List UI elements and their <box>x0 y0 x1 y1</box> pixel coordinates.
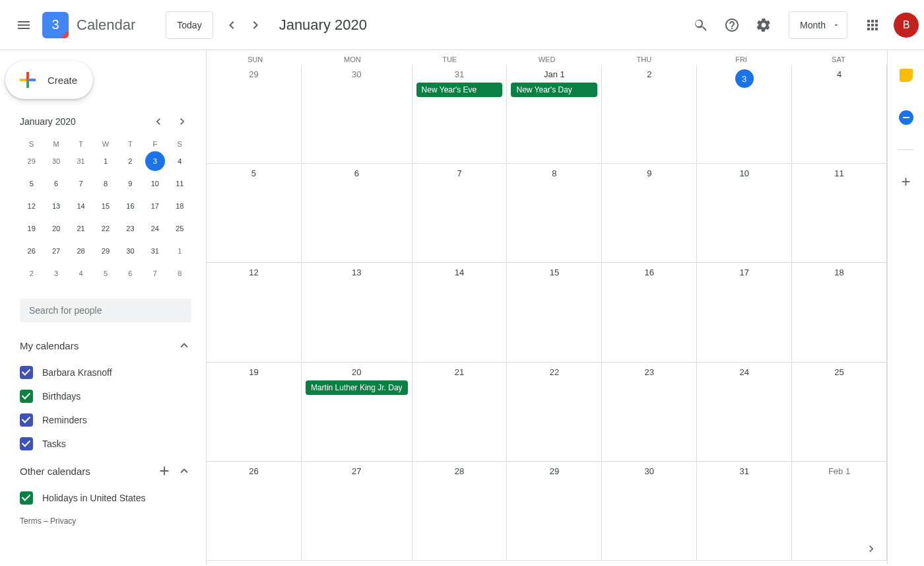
day-cell[interactable]: Jan 1New Year's Day <box>507 65 602 164</box>
minical-day[interactable]: 31 <box>145 241 165 261</box>
minical-day[interactable]: 2 <box>120 151 140 171</box>
calendar-item[interactable]: Tasks <box>16 432 195 456</box>
day-cell[interactable]: 6 <box>302 164 412 263</box>
day-cell[interactable]: 30 <box>302 65 412 164</box>
day-cell[interactable]: 29 <box>507 462 602 561</box>
minical-day[interactable]: 3 <box>46 264 66 283</box>
minical-day[interactable]: 28 <box>71 241 91 261</box>
day-cell[interactable]: 22 <box>507 363 602 462</box>
checkbox-icon[interactable] <box>20 366 33 379</box>
event-chip[interactable]: Martin Luther King Jr. Day <box>306 380 408 395</box>
minical-day[interactable]: 30 <box>120 241 140 261</box>
minical-day[interactable]: 18 <box>170 196 189 216</box>
minical-day[interactable]: 17 <box>145 196 165 216</box>
minical-day[interactable]: 5 <box>22 174 42 194</box>
event-chip[interactable]: New Year's Eve <box>416 83 503 97</box>
day-number[interactable]: 28 <box>415 464 504 478</box>
search-people-input[interactable] <box>20 299 191 322</box>
minical-day[interactable]: 15 <box>96 196 116 216</box>
day-cell[interactable]: 31New Year's Eve <box>412 65 508 164</box>
minical-day[interactable]: 4 <box>170 151 189 171</box>
add-addon-button[interactable]: + <box>892 167 921 196</box>
next-period-button[interactable] <box>244 13 267 37</box>
day-number[interactable]: 14 <box>415 265 504 279</box>
day-number[interactable]: 22 <box>510 365 599 379</box>
minical-day[interactable]: 5 <box>96 264 116 283</box>
day-number[interactable]: 2 <box>605 67 694 81</box>
minical-day[interactable]: 23 <box>120 219 140 238</box>
day-cell[interactable]: 16 <box>602 263 697 362</box>
event-chip[interactable]: New Year's Day <box>511 83 597 97</box>
checkbox-icon[interactable] <box>20 491 33 505</box>
day-number[interactable]: 3 <box>700 67 789 90</box>
calendar-item[interactable]: Reminders <box>16 408 195 432</box>
minical-next-button[interactable] <box>173 112 191 131</box>
minical-day[interactable]: 3 <box>145 151 165 171</box>
minical-day[interactable]: 16 <box>120 196 140 216</box>
day-number[interactable]: 31 <box>700 464 789 478</box>
tasks-app-button[interactable] <box>892 103 921 132</box>
calendar-item[interactable]: Barbara Krasnoff <box>16 361 195 384</box>
day-cell[interactable]: 10 <box>697 164 792 263</box>
minical-day[interactable]: 20 <box>46 219 66 238</box>
day-cell[interactable]: 28 <box>412 462 508 561</box>
day-number[interactable]: 7 <box>415 166 504 180</box>
checkbox-icon[interactable] <box>20 390 33 403</box>
day-cell[interactable]: 23 <box>602 363 697 462</box>
day-cell[interactable]: 9 <box>602 164 697 263</box>
day-number[interactable]: 5 <box>209 166 298 180</box>
minical-day[interactable]: 1 <box>170 241 189 261</box>
day-cell[interactable]: 15 <box>507 263 602 362</box>
apps-button[interactable] <box>857 9 888 41</box>
day-cell[interactable]: 12 <box>207 263 302 362</box>
day-cell[interactable]: 27 <box>302 462 412 561</box>
plus-icon[interactable] <box>157 464 172 478</box>
terms-link[interactable]: Terms <box>20 516 42 526</box>
day-number[interactable]: 13 <box>304 265 409 279</box>
day-number[interactable]: 12 <box>209 265 298 279</box>
side-panel-toggle[interactable] <box>861 538 882 559</box>
minical-day[interactable]: 21 <box>71 219 91 238</box>
main-menu-button[interactable] <box>8 9 40 41</box>
settings-button[interactable] <box>748 9 779 41</box>
day-number[interactable]: 29 <box>209 67 298 81</box>
minical-day[interactable]: 6 <box>120 264 140 283</box>
minical-day[interactable]: 7 <box>145 264 165 283</box>
day-cell[interactable]: 11 <box>792 164 887 263</box>
minical-day[interactable]: 6 <box>46 174 66 194</box>
calendar-item[interactable]: Birthdays <box>16 384 195 408</box>
day-cell[interactable]: 20Martin Luther King Jr. Day <box>302 363 412 462</box>
day-number[interactable]: 21 <box>415 365 504 379</box>
day-cell[interactable]: 26 <box>207 462 302 561</box>
day-number[interactable]: 6 <box>304 166 409 180</box>
day-cell[interactable]: 4 <box>792 65 887 164</box>
day-number[interactable]: 25 <box>795 365 884 379</box>
minical-day[interactable]: 29 <box>22 151 42 171</box>
minical-day[interactable]: 10 <box>145 174 165 194</box>
day-number[interactable]: Feb 1 <box>795 464 884 478</box>
day-cell[interactable]: 13 <box>302 263 412 362</box>
day-number[interactable]: 11 <box>795 166 884 180</box>
day-cell[interactable]: 31 <box>697 462 792 561</box>
day-number[interactable]: 31 <box>415 67 504 81</box>
day-number[interactable]: 30 <box>605 464 694 478</box>
day-number[interactable]: 17 <box>700 265 789 279</box>
minical-day[interactable]: 8 <box>170 264 189 283</box>
day-cell[interactable]: 7 <box>412 164 508 263</box>
day-cell[interactable]: 18 <box>792 263 887 362</box>
minical-day[interactable]: 1 <box>96 151 116 171</box>
day-number[interactable]: 4 <box>795 67 884 81</box>
view-switcher[interactable]: Month <box>789 11 847 39</box>
today-button[interactable]: Today <box>166 11 213 39</box>
minical-day[interactable]: 27 <box>46 241 66 261</box>
day-cell[interactable]: 29 <box>207 65 302 164</box>
day-number[interactable]: 20 <box>304 365 409 379</box>
support-button[interactable] <box>716 9 748 41</box>
other-calendars-toggle[interactable]: Other calendars <box>16 456 195 486</box>
day-number[interactable]: 15 <box>510 265 599 279</box>
day-cell[interactable]: 17 <box>697 263 792 362</box>
day-number[interactable]: 29 <box>510 464 599 478</box>
day-number[interactable]: 24 <box>700 365 789 379</box>
minical-day[interactable]: 12 <box>22 196 42 216</box>
day-cell[interactable]: 2 <box>602 65 697 164</box>
